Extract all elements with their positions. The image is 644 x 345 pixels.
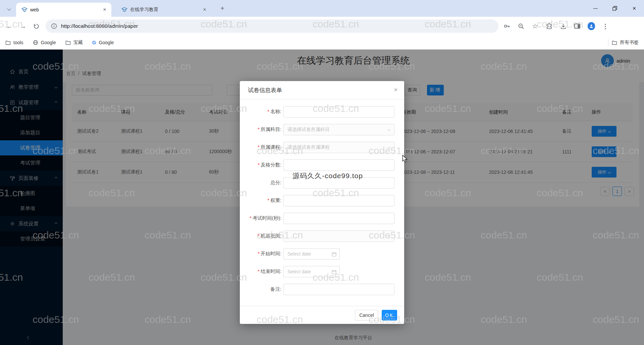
text-input[interactable] [283,195,394,206]
text-input[interactable] [283,284,394,295]
form-field-row: *考试时间(秒): [240,209,404,227]
field-label: *结束时间: [240,268,281,275]
field-label: *权重: [240,197,281,204]
required-asterisk: * [250,215,252,221]
form-field-row: *结束时间:Select date [240,263,404,280]
calendar-icon [332,252,336,257]
bookmark-item[interactable]: tools [5,40,23,45]
bookmark-label: Google [41,40,56,45]
placeholder-text: 请选择试卷所属课程 [287,144,330,150]
form-field-row: *开始时间:Select date [240,245,404,263]
forward-button[interactable]: → [16,19,30,33]
zoom-icon[interactable] [517,22,525,30]
bookmark-item[interactable]: G Google [92,40,114,45]
browser-toolbar: ← → http://localhost:8080/admin/paper ☆ [0,17,644,36]
field-label: *所属课程: [240,144,281,150]
window-controls: × [586,0,644,17]
bookmarks-bar: tools Google 宝藏 G Google 所有书签 [0,36,644,50]
date-picker[interactable]: Select date [283,266,340,277]
required-asterisk: * [258,162,260,167]
form-field-row: *所属课程:请选择试卷所属课程 [240,138,404,156]
paper-form-modal: 试卷信息表单 × *名称:*所属科目:请选择试卷所属科目*所属课程:请选择试卷所… [240,81,404,324]
toolbar-icons: ☆ ⋮ [503,22,609,30]
close-icon[interactable]: × [394,87,397,93]
required-asterisk: * [258,269,260,274]
google-icon: G [92,40,96,45]
cancel-button[interactable]: Cancel [355,310,378,321]
required-asterisk: * [267,198,269,203]
field-label: 总分: [240,180,281,186]
address-bar[interactable]: http://localhost:8080/admin/paper [46,19,498,33]
downloads-icon[interactable] [559,22,567,30]
site-favicon-icon [21,7,28,13]
minimize-button[interactable] [586,0,605,17]
reload-button[interactable] [30,19,43,33]
password-key-icon[interactable] [503,22,511,30]
field-label: *机器批阅: [240,233,281,239]
browser-menu-icon[interactable]: ⋮ [602,22,609,30]
select-field[interactable]: 请选择试卷所属科目 [283,124,394,135]
modal-body: *名称:*所属科目:请选择试卷所属科目*所属课程:请选择试卷所属课程*及格分数:… [240,99,404,298]
all-bookmarks-button[interactable]: 所有书签 [612,40,639,46]
bookmark-item[interactable]: Google [33,40,56,45]
divider [608,39,608,46]
select-field[interactable] [283,230,394,242]
required-asterisk: * [258,251,260,256]
globe-icon [33,40,38,45]
form-field-row: *权重: [240,192,404,209]
browser-tab-active[interactable]: web × [16,3,111,17]
folder-icon [612,40,617,45]
bookmark-star-icon[interactable]: ☆ [531,22,539,30]
extensions-icon[interactable] [545,22,553,30]
required-asterisk: * [258,233,260,238]
bookmark-label: tools [13,40,23,45]
site-favicon-icon [121,7,127,13]
required-asterisk: * [258,144,260,150]
ok-button[interactable]: OK [382,310,397,321]
text-input[interactable] [283,159,394,171]
text-input[interactable] [283,213,394,224]
tab-close-icon[interactable]: × [201,6,208,13]
back-button[interactable]: ← [3,19,16,33]
side-panel-icon[interactable] [574,22,581,30]
text-input[interactable] [283,106,394,118]
app-viewport: 首页教学管理试题管理题目管理添加题目试卷管理考试管理页面装修轮播图菜单项系统设置… [0,50,644,345]
form-field-row: 备注: [240,280,404,298]
placeholder-text: Select date [287,269,311,274]
site-info-icon[interactable] [50,22,58,30]
calendar-icon [332,270,336,274]
bookmark-label: Google [99,40,114,45]
field-label: *开始时间: [240,251,281,257]
bookmark-label: 宝藏 [73,40,83,46]
select-field[interactable]: 请选择试卷所属课程 [283,142,394,153]
modal-title: 试卷信息表单 [248,86,282,94]
mouse-cursor [401,155,408,164]
browser-tab-inactive[interactable]: 在线学习教育 × [116,3,211,17]
field-label: *考试时间(秒): [240,215,281,221]
folder-icon [65,40,71,45]
watermark-promo-text: 源码久久-code99.top [292,171,363,181]
tab-search-button[interactable] [5,4,13,13]
required-asterisk: * [258,127,260,132]
field-label: *及格分数: [240,162,281,168]
url-text[interactable]: http://localhost:8080/admin/paper [61,23,138,29]
close-window-button[interactable]: × [625,0,644,17]
chevron-down-icon [7,7,11,10]
new-tab-button[interactable]: + [218,4,227,13]
form-field-row: *所属科目:请选择试卷所属科目 [240,121,404,138]
chevron-down-icon [388,234,390,237]
tab-title: 在线学习教育 [130,7,199,13]
modal-footer: Cancel OK [240,306,404,324]
placeholder-text: Select date [287,251,311,257]
chevron-down-icon [388,128,390,131]
screen: web × 在线学习教育 × + × ← → ht [0,0,644,345]
bookmark-item[interactable]: 宝藏 [65,40,83,46]
required-asterisk: * [267,109,269,114]
tab-close-icon[interactable]: × [101,6,108,13]
modal-header: 试卷信息表单 × [240,81,404,99]
restore-button[interactable] [605,0,625,17]
profile-icon[interactable] [588,22,595,30]
field-label: *所属科目: [240,126,281,133]
tab-strip: web × 在线学习教育 × + × [0,0,644,17]
date-picker[interactable]: Select date [283,248,340,260]
